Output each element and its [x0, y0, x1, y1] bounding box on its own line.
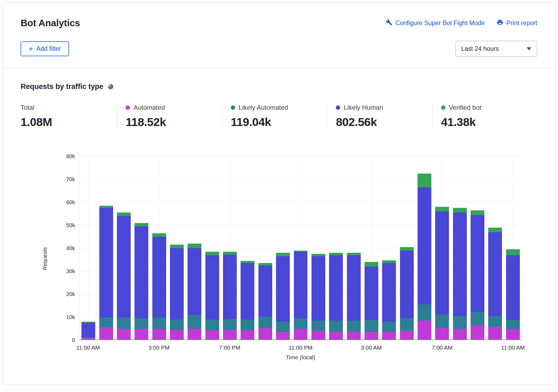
stat-automated: Automated 118.52k [117, 104, 222, 129]
bar-segment-likely-automated [223, 319, 237, 330]
chart-bar[interactable] [471, 156, 484, 340]
chart-bar[interactable] [365, 156, 378, 340]
bar-segment-automated [276, 332, 290, 340]
stat-likely-automated: Likely Automated 119.04k [222, 104, 327, 129]
chart-bar[interactable] [329, 156, 343, 340]
bar-segment-likely-automated [294, 318, 308, 329]
bar-segment-likely-human [223, 255, 237, 319]
bar-segment-likely-automated [329, 321, 343, 332]
bar-segment-verified-bot [99, 206, 113, 208]
bar-slot [239, 156, 256, 340]
bar-segment-likely-automated [365, 320, 378, 332]
chart-bar[interactable] [418, 156, 431, 340]
bar-segment-likely-human [400, 251, 414, 318]
likely-human-dot [336, 105, 340, 110]
chart-bar[interactable] [453, 156, 467, 340]
bar-segment-likely-automated [506, 320, 520, 329]
bar-segment-likely-human [241, 263, 254, 319]
bar-segment-likely-automated [205, 320, 219, 331]
chart-bar[interactable] [382, 156, 396, 340]
bar-segment-verified-bot [471, 210, 484, 215]
stat-verified-bot: Verified bot 41.38k [432, 104, 537, 129]
chart-bar[interactable] [294, 156, 308, 340]
stat-verified-bot-label: Verified bot [449, 104, 481, 111]
bar-segment-verified-bot [488, 228, 502, 232]
x-axis-tick: 11:00 PM [288, 344, 312, 351]
chart-bar[interactable] [435, 156, 449, 340]
bar-segment-likely-human [506, 255, 520, 320]
bar-segment-verified-bot [329, 253, 343, 255]
chart-bar[interactable] [276, 156, 290, 340]
bar-segment-verified-bot [258, 263, 272, 265]
bar-segment-verified-bot [400, 247, 414, 251]
bar-segment-likely-human [418, 187, 431, 305]
bar-segment-automated [488, 327, 502, 340]
chart-bar[interactable] [205, 156, 219, 340]
print-report-link[interactable]: Print report [497, 19, 537, 27]
configure-super-bot-fight-mode-link[interactable]: Configure Super Bot Fight Mode [386, 19, 485, 27]
bar-segment-likely-automated [188, 315, 201, 329]
bar-slot [168, 156, 186, 340]
chart-bar[interactable] [188, 156, 201, 340]
chart-bar[interactable] [241, 156, 254, 340]
chart-bar[interactable] [170, 156, 184, 340]
chart-bar[interactable] [347, 156, 361, 340]
bar-segment-likely-human [276, 256, 290, 322]
chart-bar[interactable] [506, 156, 520, 340]
bars [80, 156, 522, 340]
chart-bar[interactable] [117, 156, 131, 340]
chart-bar[interactable] [81, 156, 95, 340]
bar-segment-likely-automated [276, 322, 290, 332]
bar-segment-likely-human [188, 248, 201, 315]
chart-bar[interactable] [400, 156, 414, 340]
x-axis-title: Time (local) [79, 354, 522, 361]
bar-slot [380, 156, 398, 340]
x-axis-tick: 7:00 PM [219, 344, 240, 351]
bar-segment-likely-automated [400, 318, 414, 331]
y-axis-title: Requests [39, 156, 51, 361]
bar-segment-automated [418, 321, 431, 340]
bar-segment-automated [311, 331, 325, 340]
y-axis-tick: 70k [66, 176, 75, 182]
chart-bar[interactable] [488, 156, 502, 340]
stat-total-label: Total [21, 104, 34, 111]
x-axis-tick: 11:00 AM [501, 344, 525, 351]
bar-slot [115, 156, 133, 340]
pie-chart-icon[interactable] [107, 84, 114, 90]
chart-bar[interactable] [99, 156, 113, 340]
bar-segment-automated [258, 328, 272, 340]
bar-slot [327, 156, 345, 340]
configure-link-label: Configure Super Bot Fight Mode [395, 19, 485, 27]
bar-segment-likely-automated [471, 312, 484, 325]
bar-segment-automated [188, 329, 201, 340]
bar-segment-likely-automated [418, 304, 431, 321]
bar-segment-likely-human [311, 256, 325, 321]
y-axis-tick: 20k [66, 291, 75, 297]
bar-segment-likely-automated [488, 316, 502, 327]
bar-segment-verified-bot [152, 233, 166, 237]
stat-total: Total 1.08M [21, 104, 117, 129]
chart-bar[interactable] [134, 156, 148, 340]
chart-bar[interactable] [258, 156, 272, 340]
add-filter-button[interactable]: + Add filter [21, 41, 69, 56]
bar-slot [504, 156, 522, 340]
chart-bar[interactable] [223, 156, 237, 340]
bar-slot [257, 156, 274, 340]
bar-segment-automated [170, 330, 184, 340]
bar-segment-likely-automated [134, 318, 148, 329]
chart-bar[interactable] [311, 156, 325, 340]
bar-segment-automated [134, 329, 148, 340]
stat-likely-human-label: Likely Human [344, 104, 383, 111]
bar-segment-automated [347, 332, 361, 340]
bar-slot [363, 156, 380, 340]
x-axis-line [80, 340, 522, 340]
page-title: Bot Analytics [21, 18, 80, 28]
bar-segment-likely-automated [241, 320, 254, 331]
chart-bar[interactable] [152, 156, 166, 340]
bar-segment-likely-human [205, 255, 219, 320]
next-card-top-edge [2, 390, 556, 392]
bar-segment-verified-bot [170, 245, 184, 248]
time-range-select[interactable]: Last 24 hours [455, 41, 537, 57]
requests-section: Requests by traffic type Total 1.08M [2, 68, 555, 361]
bar-segment-automated [471, 325, 484, 340]
